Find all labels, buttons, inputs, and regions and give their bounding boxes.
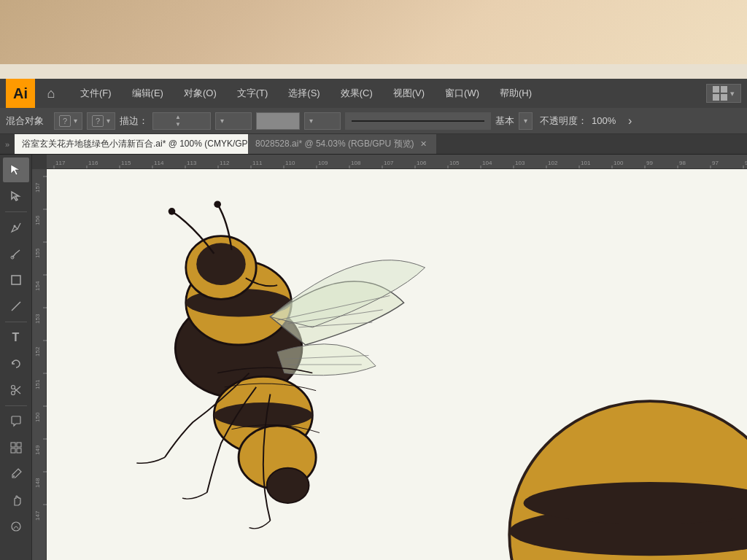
svg-text:155: 155 [34,248,41,258]
menu-view[interactable]: 视图(V) [383,79,435,108]
svg-text:103: 103 [515,160,525,166]
chevron-down-icon: ▾ [730,89,735,98]
extra-tool-btn[interactable] [3,514,29,539]
menu-select[interactable]: 选择(S) [278,79,330,108]
svg-point-88 [267,468,309,503]
workspace-button[interactable]: ▾ [706,84,741,103]
stroke-selector[interactable]: ? ▾ [87,112,115,130]
direct-selection-tool-btn[interactable] [3,184,29,209]
grid-icon [9,441,23,454]
canvas-wrapper: 117 116 115 114 113 112 111 [32,155,747,560]
color-swatch[interactable] [256,112,300,130]
svg-point-86 [214,402,312,428]
svg-line-0 [18,223,20,229]
hand-tool-btn[interactable] [3,488,29,513]
tab-file-1[interactable]: 浴室玄关花卉地毯绿色小清新百合.ai* @ 100% (CMYK/GPU 预览)… [15,134,248,154]
menu-help[interactable]: 帮助(H) [489,79,542,108]
selection-tool-btn[interactable] [3,158,29,182]
menu-window[interactable]: 窗口(W) [435,79,489,108]
rotate-tool-btn[interactable] [3,351,29,376]
tool-divider-3 [5,405,27,406]
svg-text:152: 152 [34,346,41,357]
type-icon: T [12,331,20,344]
svg-rect-10 [17,443,21,447]
ruler-corner [32,155,47,169]
rect-tool-btn[interactable] [3,268,29,292]
svg-text:148: 148 [34,478,41,488]
svg-rect-12 [17,448,21,453]
menu-object[interactable]: 对象(O) [174,79,227,108]
stroke-spinners[interactable]: ▲ ▼ [175,114,181,128]
svg-rect-11 [11,448,15,453]
tab-file-2-label: 8028528.ai* @ 54.03% (RGB/GPU 预览) [255,138,414,150]
svg-rect-3 [12,276,20,284]
svg-text:114: 114 [154,160,164,166]
canvas[interactable]: 找图网 找图网 找图网 找图网 [47,169,747,560]
svg-text:156: 156 [34,215,41,225]
left-toolbar: T [0,155,32,560]
tool-divider-1 [5,211,27,212]
color-dropdown[interactable]: ▾ [304,112,341,130]
stroke-type-dropdown[interactable]: ▾ [215,112,252,130]
pencil-tool-btn[interactable] [3,241,29,266]
svg-text:113: 113 [187,160,197,166]
workspace-grid-icon [713,86,727,101]
svg-point-1 [13,225,15,228]
svg-text:153: 153 [34,314,41,324]
svg-text:101: 101 [581,160,591,166]
toolbar-bar: 混合对象 ? ▾ ? ▾ 描边： ▲ ▼ ▾ ▾ 基本 ▾ 不透明度： 100%… [0,108,747,134]
menu-file[interactable]: 文件(F) [70,79,122,108]
toolbar-more[interactable]: › [625,114,635,128]
menu-bar: Ai ⌂ 文件(F) 编辑(E) 对象(O) 文字(T) 选择(S) 效果(C)… [0,79,747,108]
comment-tool-btn[interactable] [3,409,29,434]
tab-file-2[interactable]: 8028528.ai* @ 54.03% (RGB/GPU 预览) ✕ [248,134,436,154]
tab-scroll-left[interactable]: » [0,134,15,154]
ruler-vertical: 157 156 155 154 153 152 151 [32,169,47,560]
opacity-label: 不透明度： [540,114,587,128]
home-button[interactable]: ⌂ [38,80,64,106]
hand-icon [9,494,23,507]
tab-file-2-close[interactable]: ✕ [419,139,429,149]
scissors-tool-btn[interactable] [3,378,29,402]
svg-text:106: 106 [417,160,427,166]
stroke-icon: ? [92,115,104,127]
menu-edit[interactable]: 编辑(E) [122,79,174,108]
svg-text:99: 99 [646,160,653,166]
grid-tool-btn[interactable] [3,435,29,460]
opacity-value: 100% [592,115,621,126]
extra-icon [9,520,23,533]
menu-effect[interactable]: 效果(C) [330,79,383,108]
line-tool-btn[interactable] [3,294,29,319]
main-area: T [0,155,747,560]
svg-rect-9 [11,443,15,447]
svg-point-96 [169,208,176,215]
svg-text:110: 110 [285,160,295,166]
stroke-up-icon[interactable]: ▲ [175,114,181,121]
stroke-dropdown-arrow: ▾ [107,117,110,125]
stroke-down-icon[interactable]: ▼ [175,121,181,128]
svg-text:109: 109 [318,160,328,166]
menu-text[interactable]: 文字(T) [227,79,279,108]
pencil-icon [9,247,23,260]
eyedropper-tool-btn[interactable] [3,462,29,486]
pen-tool-btn[interactable] [3,215,29,240]
basic-dropdown[interactable]: ▾ [519,112,533,130]
stroke-width-input[interactable]: ▲ ▼ [152,112,211,130]
svg-text:104: 104 [482,160,492,166]
svg-text:154: 154 [34,281,41,291]
fill-selector[interactable]: ? ▾ [54,112,82,130]
svg-text:151: 151 [34,379,41,389]
svg-text:108: 108 [351,160,361,166]
desktop-bg [0,0,747,79]
rotate-icon [9,357,23,370]
menu-items: 文件(F) 编辑(E) 对象(O) 文字(T) 选择(S) 效果(C) 视图(V… [70,79,706,108]
svg-point-13 [13,475,15,477]
selection-icon [9,163,23,176]
stroke-label: 描边： [120,114,148,128]
svg-point-5 [11,392,15,395]
svg-point-90 [196,243,245,285]
basic-label: 基本 [495,114,514,128]
type-tool-btn[interactable]: T [3,325,29,350]
svg-text:157: 157 [34,182,41,192]
svg-text:117: 117 [55,160,66,166]
